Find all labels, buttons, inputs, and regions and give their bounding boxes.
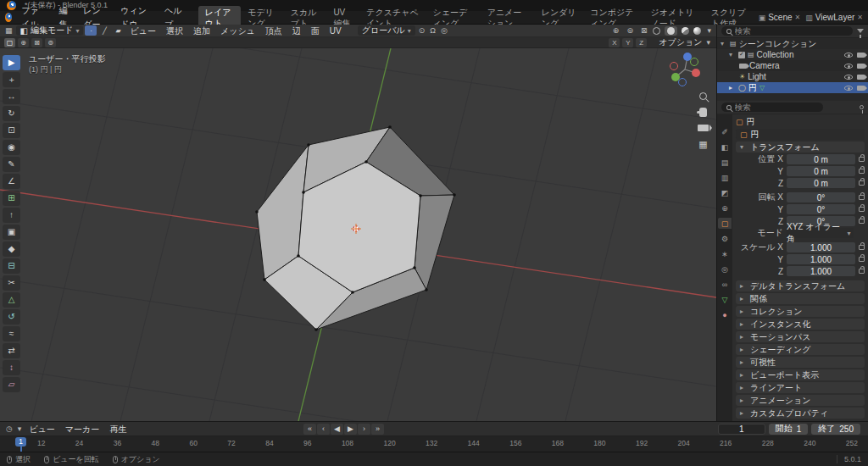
tool-measure[interactable]: ∠ xyxy=(3,174,20,189)
lock-icon[interactable] xyxy=(859,245,865,250)
viewport-canvas[interactable] xyxy=(0,48,716,421)
play-button[interactable]: ▶ xyxy=(344,424,357,435)
section-relations[interactable]: ▸関係 xyxy=(736,293,865,304)
hide-in-viewport-icon[interactable] xyxy=(844,86,853,91)
playhead[interactable]: 1 xyxy=(15,437,26,452)
blender-menu-icon[interactable] xyxy=(5,13,12,22)
lock-icon[interactable] xyxy=(859,157,865,162)
gizmo-x-negative[interactable] xyxy=(670,63,678,70)
section-viewport-display[interactable]: ▸ビューポート表示 xyxy=(736,369,865,380)
section-visibility[interactable]: ▸可視性 xyxy=(736,357,865,368)
tool-transform[interactable]: ◉ xyxy=(3,140,20,155)
editor-type-icon[interactable]: ▦ xyxy=(3,26,14,35)
mirror-z-toggle[interactable]: Z xyxy=(636,38,647,47)
disable-in-renders-icon[interactable] xyxy=(857,53,865,58)
show-overlays-icon[interactable]: ⊚ xyxy=(625,26,635,35)
shading-rendered-icon[interactable] xyxy=(693,27,701,35)
section-animation[interactable]: ▸アニメーション xyxy=(736,395,865,406)
section-line-art[interactable]: ▸ラインアート xyxy=(736,382,865,393)
mesh-face-right[interactable] xyxy=(415,195,454,290)
vertex-select-button[interactable]: ∙ xyxy=(85,25,97,36)
menu-add[interactable]: 追加 xyxy=(189,25,214,37)
scale-z-field[interactable]: 1.000 xyxy=(787,266,855,276)
tab-scene[interactable]: ◩ xyxy=(718,187,732,198)
tab-object[interactable]: ▢ xyxy=(718,218,732,229)
shading-wireframe-icon[interactable] xyxy=(653,27,660,35)
show-gizmo-icon[interactable]: ⊕ xyxy=(611,26,621,35)
tool-annotate[interactable]: ✎ xyxy=(3,157,20,172)
edge-select-button[interactable]: ╱ xyxy=(98,25,110,36)
lock-icon[interactable] xyxy=(859,180,865,186)
face-select-button[interactable]: ▰ xyxy=(112,25,124,36)
outliner-row-camera[interactable]: Camera xyxy=(717,60,868,71)
tool-tweak-select[interactable]: ▶ xyxy=(3,55,20,70)
options-label[interactable]: オプション xyxy=(659,36,702,48)
lock-icon[interactable] xyxy=(859,207,865,212)
play-reverse-button[interactable]: ◀ xyxy=(331,424,343,435)
object-name-field[interactable]: ▢ 円 xyxy=(736,129,865,140)
location-y-field[interactable]: 0 m xyxy=(787,166,855,176)
hide-in-viewport-icon[interactable] xyxy=(844,64,853,69)
scene-selector[interactable]: ▣ Scene ✕ xyxy=(759,13,801,22)
jump-to-start-button[interactable]: « xyxy=(303,424,316,435)
select-mode-extend-icon[interactable]: ⊕ xyxy=(18,38,29,47)
gizmo-z-axis[interactable] xyxy=(683,53,692,61)
transform-panel-header[interactable]: ▾ トランスフォーム xyxy=(736,141,865,153)
viewlayer-selector[interactable]: ▥ ViewLayer ✕ xyxy=(805,13,863,22)
orientation-dropdown[interactable]: グローバル ▾ xyxy=(358,25,415,36)
timeline-menu-view[interactable]: ビュー xyxy=(25,423,58,435)
xray-toggle-icon[interactable]: ⊠ xyxy=(639,26,649,35)
shading-material-icon[interactable] xyxy=(682,27,689,35)
navigation-gizmo[interactable] xyxy=(665,50,704,91)
tab-view-layer[interactable]: ▥ xyxy=(718,172,732,183)
gizmo-z-negative[interactable] xyxy=(679,79,687,86)
scale-x-field[interactable]: 1.000 xyxy=(787,242,855,252)
section-delta-transform[interactable]: ▸デルタトランスフォーム xyxy=(736,280,865,291)
menu-select[interactable]: 選択 xyxy=(162,25,187,37)
menu-vertex[interactable]: 頂点 xyxy=(261,25,287,37)
hide-in-viewport-icon[interactable] xyxy=(844,75,853,80)
snap-magnet-icon[interactable]: Ω xyxy=(428,26,437,35)
scene-unlink-icon[interactable]: ✕ xyxy=(795,14,801,21)
menu-face[interactable]: 面 xyxy=(307,25,324,37)
tab-particles[interactable]: ∗ xyxy=(718,248,732,259)
tab-constraints[interactable]: ∞ xyxy=(718,279,732,290)
mirror-x-toggle[interactable]: X xyxy=(609,38,620,47)
tool-move[interactable]: ↔ xyxy=(3,89,20,104)
pin-icon[interactable] xyxy=(860,105,864,109)
menu-edge[interactable]: 辺 xyxy=(288,25,305,37)
lock-icon[interactable] xyxy=(859,257,865,262)
pan-hand-icon[interactable] xyxy=(699,108,707,117)
next-keyframe-button[interactable]: › xyxy=(358,424,370,435)
outliner-row-circle[interactable]: ▸ ◯ 円 ▽ xyxy=(717,82,868,93)
select-mode-intersect-icon[interactable]: ⊚ xyxy=(45,38,56,47)
disclosure-icon[interactable]: ▾ xyxy=(729,51,736,58)
tool-extrude-region[interactable]: ↑ xyxy=(3,208,20,223)
menu-view[interactable]: ビュー xyxy=(125,25,159,37)
filter-icon[interactable] xyxy=(857,29,864,33)
disable-in-renders-icon[interactable] xyxy=(857,86,865,91)
zoom-icon[interactable] xyxy=(699,92,707,100)
tool-shear[interactable]: ▱ xyxy=(3,377,20,392)
select-mode-subtract-icon[interactable]: ⊠ xyxy=(31,38,42,47)
rotation-mode-dropdown[interactable]: XYZ オイラー角▾ xyxy=(787,228,854,238)
mirror-y-toggle[interactable]: Y xyxy=(622,38,633,47)
lock-icon[interactable] xyxy=(859,169,865,174)
chevron-down-icon[interactable]: ▾ xyxy=(16,424,24,433)
properties-search[interactable] xyxy=(721,103,823,112)
previous-keyframe-button[interactable]: ‹ xyxy=(317,424,330,435)
lock-icon[interactable] xyxy=(859,269,865,274)
properties-search-input[interactable] xyxy=(735,103,818,112)
select-mode-set-icon[interactable]: ▢ xyxy=(4,38,15,47)
tab-tool[interactable]: ✐ xyxy=(718,126,732,137)
timeline-menu-playback[interactable]: 再生 xyxy=(105,423,131,435)
timeline-editor-icon[interactable]: ◷ xyxy=(4,424,14,433)
timeline-menu-marker[interactable]: マーカー xyxy=(61,423,103,435)
outliner-search[interactable] xyxy=(721,26,853,36)
tool-add-cube[interactable]: ⊞ xyxy=(3,191,20,206)
tool-cursor[interactable]: ＋ xyxy=(3,72,20,87)
tab-output[interactable]: ▤ xyxy=(718,157,732,168)
menu-mesh[interactable]: メッシュ xyxy=(216,25,259,37)
tool-knife[interactable]: ✂ xyxy=(3,275,20,291)
viewport-3d[interactable]: ▶ ＋ ↔ ↻ ⊡ ◉ ✎ ∠ ⊞ ↑ ▣ ◆ ⊟ ✂ △ ↺ ≈ ⇄ ↕ ▱ … xyxy=(0,48,716,421)
